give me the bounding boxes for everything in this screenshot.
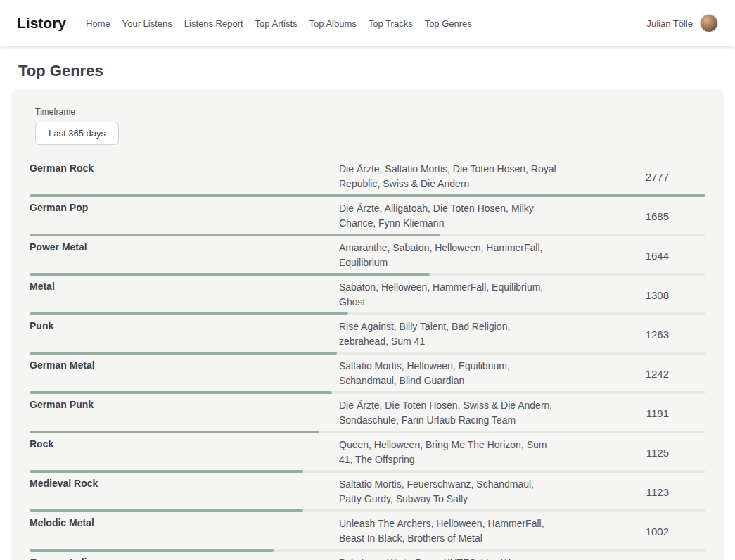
- genre-row: German Indie Bukahara, Käptn Peng, KYTES…: [30, 552, 705, 560]
- genre-name: Punk: [30, 319, 339, 331]
- genre-progress-fill: [30, 509, 303, 512]
- genre-count: 2777: [557, 171, 705, 183]
- genre-row: Medieval Rock Saltatio Mortis, Feuerschw…: [30, 473, 705, 512]
- genre-artists: Queen, Helloween, Bring Me The Horizon, …: [339, 438, 557, 467]
- genre-count: 1191: [557, 407, 705, 419]
- nav-link-top-artists[interactable]: Top Artists: [255, 18, 298, 29]
- genre-name: Rock: [30, 438, 339, 450]
- genre-progress-track: [30, 549, 705, 552]
- genre-count: 1263: [557, 329, 705, 341]
- genre-row: Punk Rise Against, Billy Talent, Bad Rel…: [30, 315, 705, 355]
- genre-artists: Die Ärzte, Alligatoah, Die Toten Hosen, …: [339, 201, 557, 231]
- genre-count: 1644: [557, 250, 705, 262]
- genre-progress-track: [30, 431, 705, 433]
- genre-name: German Metal: [30, 359, 339, 371]
- genre-artists: Die Ärzte, Saltatio Mortis, Die Toten Ho…: [339, 162, 557, 191]
- main-content: Top Genres Timeframe Last 365 days Germa…: [0, 62, 735, 560]
- nav-link-home[interactable]: Home: [86, 18, 110, 29]
- genre-name: Melodic Metal: [30, 516, 339, 528]
- brand-logo[interactable]: Listory: [17, 15, 66, 32]
- genre-name: German Pop: [30, 201, 339, 213]
- genre-progress-track: [30, 273, 705, 276]
- genre-count: 1242: [557, 368, 705, 380]
- genre-progress-track: [30, 509, 705, 512]
- nav-links: HomeYour ListensListens ReportTop Artist…: [86, 18, 472, 29]
- genre-progress-fill: [30, 391, 332, 394]
- genre-progress-track: [30, 352, 705, 355]
- timeframe-label: Timeframe: [35, 107, 705, 117]
- genre-artists: Bukahara, Käptn Peng, KYTES, Von Wegen L…: [339, 556, 557, 560]
- genre-count: 1685: [557, 210, 705, 222]
- genre-artists: Saltatio Mortis, Feuerschwanz, Schandmau…: [339, 477, 557, 507]
- user-avatar[interactable]: [700, 14, 718, 32]
- genre-name: Medieval Rock: [30, 477, 339, 489]
- timeframe-select[interactable]: Last 365 days: [35, 122, 119, 145]
- genre-progress-track: [30, 470, 705, 473]
- genre-artists: Sabaton, Helloween, HammerFall, Equilibr…: [339, 280, 557, 310]
- genre-progress-fill: [30, 234, 440, 236]
- genre-count: 1002: [557, 526, 705, 537]
- nav-link-top-tracks[interactable]: Top Tracks: [369, 18, 413, 29]
- genre-artists: Rise Against, Billy Talent, Bad Religion…: [339, 319, 557, 349]
- genre-name: Power Metal: [30, 241, 339, 253]
- genre-artists: Saltatio Mortis, Helloween, Equilibrium,…: [339, 359, 557, 388]
- page-title: Top Genres: [18, 62, 735, 80]
- genre-progress-fill: [30, 549, 274, 552]
- genre-progress-fill: [30, 431, 319, 433]
- nav-link-top-genres[interactable]: Top Genres: [425, 18, 472, 29]
- genre-row: German Punk Die Ärzte, Die Toten Hosen, …: [30, 394, 705, 433]
- genre-count: 1308: [557, 289, 705, 301]
- genre-progress-fill: [30, 312, 348, 315]
- genre-progress-track: [30, 312, 705, 315]
- genre-row: Rock Queen, Helloween, Bring Me The Hori…: [30, 433, 705, 473]
- genre-name: German Rock: [30, 162, 339, 174]
- nav-link-listens-report[interactable]: Listens Report: [184, 18, 243, 29]
- genre-artists: Die Ärzte, Die Toten Hosen, Swiss & Die …: [339, 398, 557, 428]
- genre-progress-fill: [30, 470, 303, 473]
- genre-name: German Punk: [30, 398, 339, 410]
- genre-progress-fill: [30, 352, 337, 355]
- genre-table: German Rock Die Ärzte, Saltatio Mortis, …: [30, 158, 705, 560]
- genre-count: 1125: [557, 447, 705, 459]
- genre-row: German Rock Die Ärzte, Saltatio Mortis, …: [30, 158, 705, 197]
- genre-progress-track: [30, 234, 705, 236]
- genre-progress-track: [30, 391, 705, 394]
- genre-row: German Pop Die Ärzte, Alligatoah, Die To…: [30, 197, 705, 236]
- genre-progress-track: [30, 194, 705, 197]
- genre-count: 1123: [557, 486, 705, 498]
- genre-row: Melodic Metal Unleash The Archers, Hello…: [30, 512, 705, 552]
- top-genres-card: Timeframe Last 365 days German Rock Die …: [11, 90, 724, 560]
- nav-link-top-albums[interactable]: Top Albums: [309, 18, 357, 29]
- genre-name: Metal: [30, 280, 339, 292]
- user-menu: Julian Tölle: [646, 14, 718, 32]
- navbar: Listory HomeYour ListensListens ReportTo…: [0, 0, 735, 46]
- nav-link-your-listens[interactable]: Your Listens: [122, 18, 172, 29]
- genre-progress-fill: [30, 273, 430, 276]
- genre-name: German Indie: [30, 556, 339, 560]
- genre-artists: Unleash The Archers, Helloween, HammerFa…: [339, 516, 557, 546]
- genre-artists: Amaranthe, Sabaton, Helloween, HammerFal…: [339, 241, 557, 270]
- genre-row: German Metal Saltatio Mortis, Helloween,…: [30, 355, 705, 394]
- user-name[interactable]: Julian Tölle: [646, 18, 693, 29]
- genre-row: Power Metal Amaranthe, Sabaton, Hellowee…: [30, 236, 705, 276]
- genre-progress-fill: [30, 194, 705, 197]
- genre-row: Metal Sabaton, Helloween, HammerFall, Eq…: [30, 276, 705, 315]
